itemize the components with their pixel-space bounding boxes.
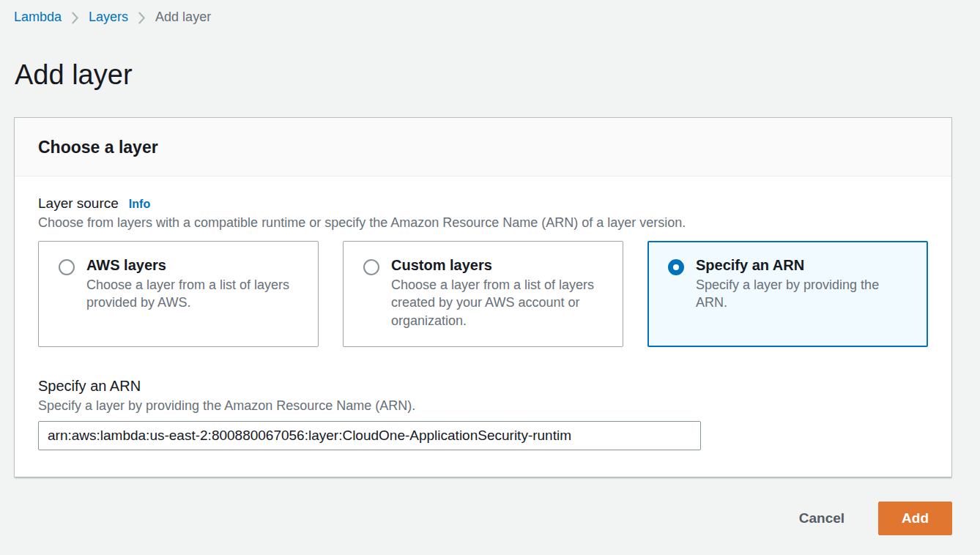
option-inner: Custom layers Choose a layer from a list… bbox=[363, 257, 608, 329]
radio-checked-icon[interactable] bbox=[668, 259, 684, 275]
option-text: AWS layers Choose a layer from a list of… bbox=[86, 257, 303, 312]
layer-source-label-row: Layer source Info bbox=[38, 195, 928, 212]
radio-unchecked-icon[interactable] bbox=[59, 259, 75, 275]
option-aws-layers[interactable]: AWS layers Choose a layer from a list of… bbox=[38, 241, 319, 347]
option-text: Custom layers Choose a layer from a list… bbox=[391, 257, 608, 329]
radio-unchecked-icon[interactable] bbox=[363, 259, 379, 275]
option-custom-layers[interactable]: Custom layers Choose a layer from a list… bbox=[343, 241, 623, 347]
option-specify-an-arn[interactable]: Specify an ARN Specify a layer by provid… bbox=[647, 241, 928, 347]
breadcrumb-link-lambda[interactable]: Lambda bbox=[14, 10, 62, 25]
option-description: Choose a layer from a list of layers pro… bbox=[86, 276, 303, 312]
option-description: Specify a layer by providing the ARN. bbox=[696, 276, 913, 312]
option-inner: Specify an ARN Specify a layer by provid… bbox=[668, 257, 913, 312]
page-title: Add layer bbox=[15, 59, 952, 91]
footer-actions: Cancel Add bbox=[14, 502, 952, 535]
breadcrumb-chevron-icon bbox=[137, 12, 146, 24]
layer-source-label: Layer source bbox=[38, 195, 119, 212]
choose-a-layer-panel: Choose a layer Layer source Info Choose … bbox=[14, 117, 952, 477]
option-description: Choose a layer from a list of layers cre… bbox=[391, 276, 608, 329]
panel-title: Choose a layer bbox=[38, 138, 928, 157]
option-text: Specify an ARN Specify a layer by provid… bbox=[696, 257, 913, 312]
arn-input[interactable] bbox=[38, 421, 701, 450]
info-link[interactable]: Info bbox=[129, 198, 150, 211]
option-title: Specify an ARN bbox=[696, 257, 913, 274]
option-title: AWS layers bbox=[86, 257, 303, 274]
panel-body: Layer source Info Choose from layers wit… bbox=[15, 176, 951, 477]
option-title: Custom layers bbox=[391, 257, 608, 274]
cancel-button[interactable]: Cancel bbox=[799, 510, 844, 526]
panel-header: Choose a layer bbox=[15, 118, 951, 176]
breadcrumb-current: Add layer bbox=[155, 10, 211, 25]
layer-source-options: AWS layers Choose a layer from a list of… bbox=[38, 241, 928, 347]
breadcrumb-chevron-icon bbox=[70, 12, 80, 24]
breadcrumb-link-layers[interactable]: Layers bbox=[89, 10, 128, 25]
option-inner: AWS layers Choose a layer from a list of… bbox=[59, 257, 303, 312]
breadcrumb: Lambda Layers Add layer bbox=[14, 0, 952, 25]
layer-source-description: Choose from layers with a compatible run… bbox=[38, 215, 928, 231]
specify-arn-description: Specify a layer by providing the Amazon … bbox=[38, 398, 928, 414]
add-button[interactable]: Add bbox=[878, 502, 952, 535]
page-content: Lambda Layers Add layer Add layer Choose… bbox=[14, 0, 952, 535]
specify-arn-label: Specify an ARN bbox=[38, 378, 928, 395]
